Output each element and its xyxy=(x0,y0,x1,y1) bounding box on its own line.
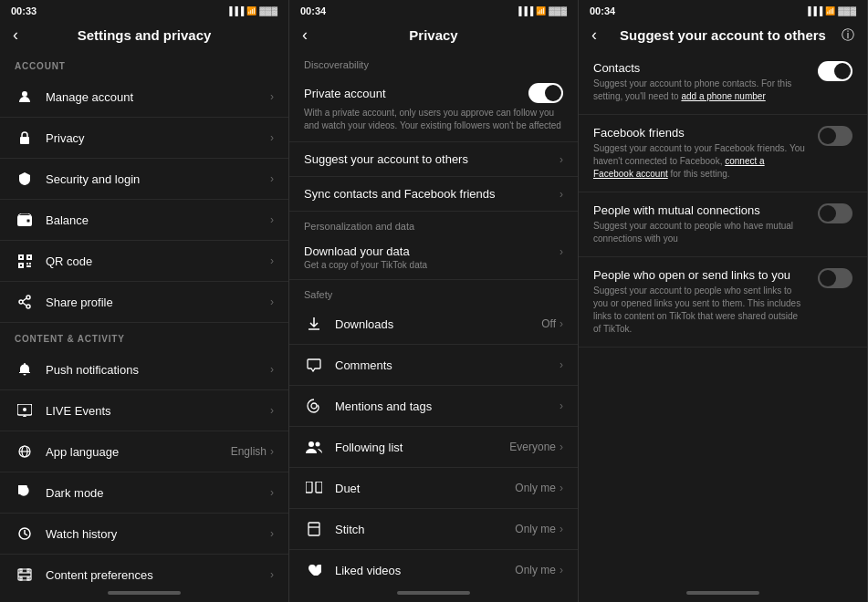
chevron-icon: › xyxy=(559,482,563,494)
chevron-icon: › xyxy=(270,527,274,540)
panel-settings: 00:33 ▐▐▐ 📶 ▓▓▓ ‹ Settings and privacy A… xyxy=(0,0,289,602)
svg-point-13 xyxy=(26,296,30,299)
menu-content-preferences[interactable]: Content preferences › xyxy=(0,555,288,584)
battery-icon: ▓▓▓ xyxy=(259,6,277,16)
info-button[interactable]: ⓘ xyxy=(842,27,854,44)
svg-rect-24 xyxy=(27,569,29,572)
toggle-knob xyxy=(820,270,836,286)
privacy-content: Discoverability Private account With a p… xyxy=(289,50,578,584)
mutual-text-block: People with mutual connections Suggest y… xyxy=(593,203,807,245)
private-account-toggle[interactable] xyxy=(528,83,563,103)
svg-point-32 xyxy=(309,441,314,447)
back-button-3[interactable]: ‹ xyxy=(591,26,597,45)
dark-mode-label: Dark mode xyxy=(46,486,270,500)
safety-label: Safety xyxy=(289,280,578,304)
menu-sync-contacts[interactable]: Sync contacts and Facebook friends › xyxy=(289,177,578,212)
contacts-toggle[interactable] xyxy=(818,61,852,81)
links-text-block: People who open or send links to you Sug… xyxy=(593,268,807,336)
private-account-desc: With a private account, only users you a… xyxy=(304,107,563,132)
contacts-text-block: Contacts Suggest your account to phone c… xyxy=(593,61,807,103)
svg-rect-8 xyxy=(28,256,30,258)
chevron-icon: › xyxy=(270,172,274,185)
mutual-toggle[interactable] xyxy=(818,203,852,223)
menu-duet[interactable]: Duet Only me › xyxy=(289,468,578,509)
moon-icon xyxy=(15,483,35,503)
status-bar-3: 00:34 ▐▐▐ 📶 ▓▓▓ xyxy=(579,0,867,20)
menu-push-notifications[interactable]: Push notifications › xyxy=(0,349,288,390)
home-indicator-1 xyxy=(0,584,288,602)
svg-rect-7 xyxy=(20,256,22,258)
add-phone-link[interactable]: add a phone number xyxy=(681,91,765,101)
menu-stitch[interactable]: Stitch Only me › xyxy=(289,509,578,550)
svg-point-0 xyxy=(22,91,27,97)
menu-downloads[interactable]: Downloads Off › xyxy=(289,304,578,345)
menu-suggest-account[interactable]: Suggest your account to others › xyxy=(289,142,578,177)
download-icon xyxy=(304,314,324,334)
svg-rect-11 xyxy=(29,263,31,265)
people-icon xyxy=(304,437,324,457)
connect-facebook-link[interactable]: connect a Facebook account xyxy=(593,156,765,179)
toggle-knob xyxy=(545,85,561,101)
menu-mentions-tags[interactable]: Mentions and tags › xyxy=(289,386,578,427)
links-toggle[interactable] xyxy=(818,268,852,288)
svg-rect-1 xyxy=(20,137,29,144)
svg-rect-34 xyxy=(306,482,312,493)
facebook-toggle[interactable] xyxy=(818,126,852,146)
home-bar-2 xyxy=(397,591,470,595)
private-account-item: Private account With a private account, … xyxy=(289,74,578,142)
suggest-contacts: Contacts Suggest your account to phone c… xyxy=(579,50,867,115)
menu-share-profile[interactable]: Share profile › xyxy=(0,282,288,323)
download-data-item[interactable]: Download your data › Get a copy of your … xyxy=(289,235,578,280)
following-list-value: Everyone xyxy=(509,441,556,453)
downloads-label: Downloads xyxy=(335,317,541,331)
menu-balance[interactable]: Balance › xyxy=(0,200,288,241)
menu-watch-history[interactable]: Watch history › xyxy=(0,514,288,555)
chevron-icon: › xyxy=(559,441,563,453)
chevron-icon: › xyxy=(559,188,563,201)
chevron-icon: › xyxy=(559,153,563,166)
page-title-2: Privacy xyxy=(409,27,457,43)
back-button-2[interactable]: ‹ xyxy=(302,26,308,45)
menu-liked-videos[interactable]: Liked videos Only me › xyxy=(289,550,578,584)
home-bar-1 xyxy=(108,591,181,595)
following-list-label: Following list xyxy=(335,441,509,454)
home-indicator-2 xyxy=(289,584,578,602)
svg-point-33 xyxy=(316,442,320,447)
wifi-icon: 📶 xyxy=(246,6,256,16)
toggle-knob xyxy=(834,63,851,79)
toggle-knob xyxy=(820,205,836,222)
svg-point-17 xyxy=(23,408,26,411)
menu-live-events[interactable]: LIVE Events › xyxy=(0,390,288,431)
menu-qr[interactable]: QR code › xyxy=(0,241,288,282)
facebook-title: Facebook friends xyxy=(593,126,807,140)
menu-app-language[interactable]: App language English › xyxy=(0,431,288,472)
chevron-icon: › xyxy=(270,445,274,458)
facebook-text-block: Facebook friends Suggest your account to… xyxy=(593,126,807,181)
menu-comments[interactable]: Comments › xyxy=(289,345,578,386)
svg-rect-26 xyxy=(27,577,29,580)
battery-icon: ▓▓▓ xyxy=(549,6,567,16)
status-icons-2: ▐▐▐ 📶 ▓▓▓ xyxy=(516,6,567,16)
suggest-links: People who open or send links to you Sug… xyxy=(579,257,867,348)
contacts-title: Contacts xyxy=(593,61,807,75)
svg-rect-25 xyxy=(20,577,22,580)
menu-privacy[interactable]: Privacy › xyxy=(0,118,288,159)
menu-security[interactable]: Security and login › xyxy=(0,159,288,200)
security-label: Security and login xyxy=(46,172,270,186)
chevron-icon: › xyxy=(559,564,563,576)
menu-dark-mode[interactable]: Dark mode › xyxy=(0,472,288,514)
chevron-icon: › xyxy=(559,317,563,330)
home-bar-3 xyxy=(686,591,759,595)
lock-icon xyxy=(15,128,35,148)
duet-label: Duet xyxy=(335,482,515,495)
signal-icon: ▐▐▐ xyxy=(516,6,533,16)
clock-icon xyxy=(15,524,35,544)
menu-manage-account[interactable]: Manage account › xyxy=(0,77,288,118)
chevron-icon: › xyxy=(270,296,274,308)
svg-rect-35 xyxy=(316,482,322,493)
back-button-1[interactable]: ‹ xyxy=(13,26,18,45)
svg-rect-10 xyxy=(26,263,28,265)
menu-following-list[interactable]: Following list Everyone › xyxy=(289,427,578,468)
section-label-account: ACCOUNT xyxy=(0,50,288,77)
mention-icon xyxy=(304,396,324,416)
